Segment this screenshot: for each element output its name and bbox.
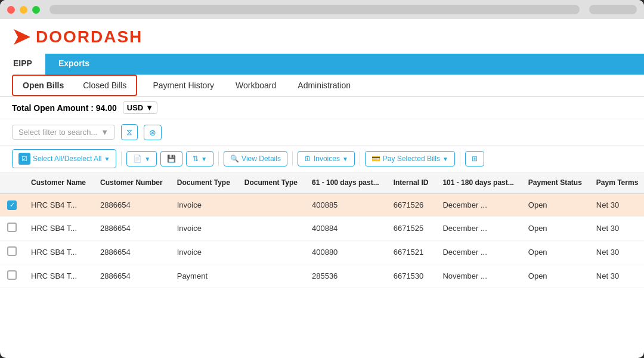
filter-dropdown-icon: ▼ — [101, 128, 109, 137]
invoices-button[interactable]: 🗓 Invoices ▼ — [298, 151, 355, 166]
cell-document-type2 — [237, 193, 305, 216]
row-checkbox-cell[interactable] — [0, 264, 24, 288]
row-checkbox-cell[interactable] — [0, 216, 24, 240]
cell-document-type: Invoice — [170, 216, 237, 240]
cell-days-61-100: 400884 — [305, 216, 386, 240]
cell-customer-number: 2886654 — [93, 193, 170, 216]
save-icon: 💾 — [167, 155, 176, 163]
cell-customer-name: HRC SB4 T... — [24, 216, 93, 240]
table-row[interactable]: HRC SB4 T... 2886654 Invoice 400880 6671… — [0, 240, 644, 264]
cell-payment-status: Open — [521, 193, 589, 216]
cell-customer-name: HRC SB4 T... — [24, 264, 93, 288]
header-document-type: Document Type — [170, 172, 237, 193]
header: ➤ DOORDASH — [0, 19, 644, 54]
grid-icon: ⊞ — [472, 155, 478, 163]
table-header-row: Customer Name Customer Number Document T… — [0, 172, 644, 193]
tab-open-bills[interactable]: Open Bills — [13, 76, 73, 95]
cell-internal-id: 6671521 — [386, 240, 436, 264]
cell-customer-number: 2886654 — [93, 216, 170, 240]
cell-document-type2 — [237, 264, 305, 288]
header-document-type2: Document Type — [237, 172, 305, 193]
export-icon: 📄 — [133, 155, 142, 163]
header-payment-status: Payment Status — [521, 172, 589, 193]
header-payment-terms: Paym Terms — [589, 172, 644, 193]
filter-apply-button[interactable]: ⧖ — [121, 124, 138, 140]
app-window: ➤ DOORDASH EIPP Exports Open Bills Close… — [0, 0, 644, 358]
cell-customer-number: 2886654 — [93, 264, 170, 288]
cell-days-101-180: December ... — [435, 240, 521, 264]
total-amount-label: Total Open Amount : 94.00 — [12, 103, 117, 113]
title-bar-url — [49, 5, 580, 14]
cell-customer-number: 2886654 — [93, 240, 170, 264]
row-checkbox-cell[interactable] — [0, 240, 24, 264]
maximize-dot[interactable] — [32, 6, 40, 14]
view-details-button[interactable]: 🔍 View Details — [224, 151, 287, 166]
total-bar: Total Open Amount : 94.00 USD ▼ — [0, 97, 644, 119]
pay-bills-button[interactable]: 💳 Pay Selected Bills ▼ — [365, 151, 455, 166]
row-checkbox[interactable]: ✓ — [7, 200, 17, 210]
save-button[interactable]: 💾 — [160, 151, 182, 166]
cell-days-61-100: 285536 — [305, 264, 386, 288]
action-bar: ☑ Select All/Deselect All ▼ 📄 ▼ 💾 ⇅ ▼ 🔍 … — [0, 146, 644, 172]
table-row[interactable]: ✓ HRC SB4 T... 2886654 Invoice 400885 66… — [0, 193, 644, 216]
tab-payment-history[interactable]: Payment History — [142, 75, 225, 96]
chevron-down-icon: ▼ — [145, 103, 153, 112]
divider-1 — [121, 152, 122, 166]
table-row[interactable]: HRC SB4 T... 2886654 Payment 285536 6671… — [0, 264, 644, 288]
filter-placeholder: Select filter to search... — [18, 128, 97, 137]
cell-internal-id: 6671530 — [386, 264, 436, 288]
cell-payment-status: Open — [521, 240, 589, 264]
table-row[interactable]: HRC SB4 T... 2886654 Invoice 400884 6671… — [0, 216, 644, 240]
pay-bills-label: Pay Selected Bills — [383, 155, 440, 163]
active-nav-group: Open Bills Closed Bills — [12, 75, 137, 96]
header-internal-id: Internal ID — [386, 172, 436, 193]
header-days-61-100: 61 - 100 days past... — [305, 172, 386, 193]
tab-exports[interactable]: Exports — [45, 54, 103, 75]
export-button[interactable]: 📄 ▼ — [126, 151, 157, 166]
payment-icon: 💳 — [371, 155, 380, 163]
cell-days-101-180: December ... — [435, 216, 521, 240]
filter-search-input[interactable]: Select filter to search... ▼ — [12, 125, 115, 140]
tab-workboard[interactable]: Workboard — [225, 75, 287, 96]
nav-tabs: Open Bills Closed Bills Payment History … — [0, 75, 644, 97]
cell-days-101-180: December ... — [435, 193, 521, 216]
bills-table: Customer Name Customer Number Document T… — [0, 172, 644, 288]
view-details-label: View Details — [242, 155, 281, 163]
cell-document-type2 — [237, 216, 305, 240]
select-all-button[interactable]: ☑ Select All/Deselect All ▼ — [12, 149, 116, 168]
cell-payment-terms: Net 30 — [589, 240, 644, 264]
row-checkbox[interactable] — [7, 246, 17, 256]
cell-document-type: Payment — [170, 264, 237, 288]
sort-icon: ⇅ — [193, 155, 199, 163]
filter-bar: Select filter to search... ▼ ⧖ ⊗ — [0, 119, 644, 146]
cell-payment-status: Open — [521, 264, 589, 288]
cell-days-61-100: 400885 — [305, 193, 386, 216]
cell-document-type: Invoice — [170, 240, 237, 264]
tab-closed-bills[interactable]: Closed Bills — [73, 76, 136, 95]
row-checkbox-cell[interactable]: ✓ — [0, 193, 24, 216]
tab-eipp[interactable]: EIPP — [0, 54, 45, 75]
top-tabs: EIPP Exports — [0, 54, 644, 75]
filter-apply-icon: ⧖ — [126, 127, 132, 137]
sort-chevron-icon: ▼ — [201, 156, 207, 162]
cell-document-type: Invoice — [170, 193, 237, 216]
currency-dropdown[interactable]: USD ▼ — [123, 101, 157, 114]
doordash-logo-icon: ➤ — [12, 26, 30, 48]
minimize-dot[interactable] — [20, 6, 27, 14]
select-all-icon: ☑ — [18, 153, 30, 165]
grid-button[interactable]: ⊞ — [465, 151, 484, 166]
filter-clear-button[interactable]: ⊗ — [144, 125, 162, 140]
row-checkbox[interactable] — [7, 270, 17, 280]
header-checkbox — [0, 172, 24, 193]
cell-payment-status: Open — [521, 216, 589, 240]
close-dot[interactable] — [7, 6, 15, 14]
cell-internal-id: 6671525 — [386, 216, 436, 240]
invoice-icon: 🗓 — [304, 155, 311, 163]
sort-button[interactable]: ⇅ ▼ — [186, 151, 213, 166]
tab-administration[interactable]: Administration — [287, 75, 361, 96]
divider-4 — [360, 152, 360, 166]
header-days-101-180: 101 - 180 days past... — [435, 172, 521, 193]
cell-days-101-180: November ... — [435, 264, 521, 288]
row-checkbox[interactable] — [7, 223, 17, 232]
cell-payment-terms: Net 30 — [589, 193, 644, 216]
